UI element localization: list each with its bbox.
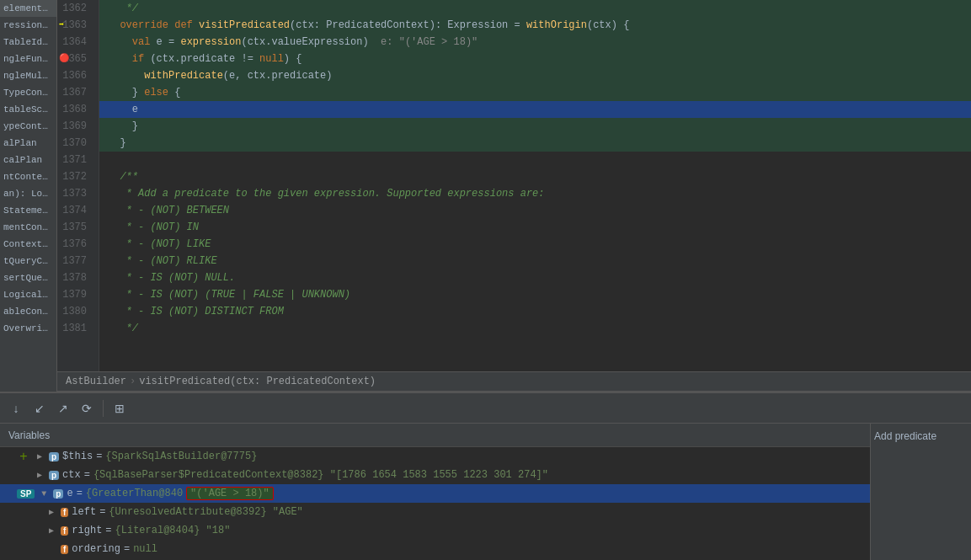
code-line-1371[interactable] <box>99 152 971 168</box>
rerun-button[interactable]: ⟳ <box>77 399 96 418</box>
table-view-button[interactable]: ⊞ <box>110 399 129 418</box>
expand-right[interactable] <box>45 525 57 536</box>
line-1368: 1368 <box>57 101 92 118</box>
line-1377: 1377 <box>57 253 92 269</box>
sidebar-item-19[interactable]: OverwriteT <box>0 320 56 337</box>
var-eq-ctx: = <box>84 469 90 481</box>
sidebar-item-1[interactable]: ressionCo <box>0 17 56 34</box>
sidebar-item-17[interactable]: LogicalPl <box>0 286 56 303</box>
expand-left[interactable] <box>45 506 57 518</box>
sidebar-item-2[interactable]: TableIdenti <box>0 34 56 51</box>
step-into-button[interactable]: ↙ <box>30 399 49 418</box>
line-1378: 1378 <box>57 269 92 286</box>
code-line-1376[interactable]: * - (NOT) LIKE <box>99 236 971 253</box>
var-row-ctx[interactable]: p ctx = {SqlBaseParser$PredicatedContext… <box>0 466 870 484</box>
sidebar-item-8[interactable]: alPlan <box>0 135 56 152</box>
sidebar-item-16[interactable]: sertQueryC <box>0 269 56 286</box>
line-1375: 1375 <box>57 219 92 236</box>
code-line-1366[interactable]: withPredicate(e, ctx.predicate) <box>99 67 971 84</box>
var-row-ordering[interactable]: f ordering = null <box>0 540 870 558</box>
add-button-this[interactable]: + <box>17 450 30 463</box>
var-row-right[interactable]: f right = {Literal@8404} "18" <box>0 521 870 540</box>
code-line-1373[interactable]: * Add a predicate to the given expressio… <box>99 185 971 202</box>
var-eq-left: = <box>99 506 105 518</box>
var-eq-e: = <box>77 488 83 499</box>
sidebar-item-4[interactable]: ngleMultip <box>0 67 56 84</box>
code-line-1365[interactable]: if (ctx.predicate != null) { <box>99 51 971 67</box>
var-row-left[interactable]: f left = {UnresolvedAttribute@8392} "AGE… <box>0 503 870 521</box>
code-line-1377[interactable]: * - (NOT) RLIKE <box>99 253 971 269</box>
var-value-ordering: null <box>133 543 157 555</box>
line-1371: 1371 <box>57 152 92 168</box>
line-1376: 1376 <box>57 236 92 253</box>
code-line-1362[interactable]: */ <box>99 0 971 17</box>
code-line-1375[interactable]: * - (NOT) IN <box>99 219 971 236</box>
breadcrumb-separator: › <box>130 376 136 387</box>
breadcrumb-part-2[interactable]: visitPredicated(ctx: PredicatedContext) <box>139 376 376 387</box>
line-1366: 1366 <box>57 67 92 84</box>
type-badge-left: f <box>61 508 68 517</box>
line-1373: 1373 <box>57 185 92 202</box>
var-row-this[interactable]: + p $this = {SparkSqlAstBuilder@7775} <box>0 447 870 466</box>
sidebar-item-10[interactable]: ntContext) <box>0 168 56 185</box>
sidebar-item-18[interactable]: ableContext <box>0 303 56 320</box>
sidebar: elementCon ressionCo TableIdenti ngleFun… <box>0 0 57 392</box>
code-line-1374[interactable]: * - (NOT) BETWEEN <box>99 202 971 219</box>
code-line-1372[interactable]: /** <box>99 168 971 185</box>
line-1367: 1367 <box>57 84 92 101</box>
code-line-1380[interactable]: * - IS (NOT) DISTINCT FROM <box>99 303 971 320</box>
line-1363: 1363 <box>57 17 92 34</box>
line-1381: 1381 <box>57 320 92 337</box>
debug-toolbar: ↓ ↙ ↗ ⟳ ⊞ <box>0 393 971 424</box>
var-row-e[interactable]: SP p e = {GreaterThan@840 "('AGE > 18)" <box>0 484 870 503</box>
line-1380: 1380 <box>57 303 92 320</box>
code-line-1379[interactable]: * - IS (NOT) (TRUE | FALSE | UNKNOWN) <box>99 286 971 303</box>
var-name-left: left <box>72 506 96 518</box>
breadcrumb-part-1[interactable]: AstBuilder <box>66 376 126 387</box>
sidebar-item-6[interactable]: tableSchem <box>0 101 56 118</box>
code-line-1363[interactable]: override def visitPredicated(ctx: Predic… <box>99 17 971 34</box>
var-value-left: {UnresolvedAttribute@8392} "AGE" <box>109 506 302 518</box>
var-name-right: right <box>72 525 102 536</box>
type-badge-ctx: p <box>49 471 59 480</box>
sidebar-item-9[interactable]: calPlan <box>0 152 56 168</box>
step-out-button[interactable]: ↗ <box>54 399 72 418</box>
type-badge-ordering: f <box>61 545 68 554</box>
sidebar-item-7[interactable]: ypeContex <box>0 118 56 135</box>
sidebar-item-14[interactable]: Context): S <box>0 236 56 253</box>
variables-content[interactable]: + p $this = {SparkSqlAstBuilder@7775} p … <box>0 447 870 560</box>
sidebar-item-15[interactable]: tQueryCor <box>0 253 56 269</box>
code-line-1381[interactable]: */ <box>99 320 971 337</box>
var-value-right: {Literal@8404} "18" <box>115 525 231 536</box>
sp-badge: SP <box>17 489 35 499</box>
sidebar-item-0[interactable]: elementCon <box>0 0 56 17</box>
sidebar-item-5[interactable]: TypeConte <box>0 84 56 101</box>
add-predicate-label[interactable]: Add predicate <box>874 430 968 442</box>
step-down-button[interactable]: ↓ <box>7 399 25 418</box>
breadcrumb: AstBuilder › visitPredicated(ctx: Predic… <box>57 371 971 392</box>
line-1374: 1374 <box>57 202 92 219</box>
sidebar-item-11[interactable]: an): Logic <box>0 185 56 202</box>
expand-ctx[interactable] <box>34 469 45 481</box>
line-1372: 1372 <box>57 168 92 185</box>
var-value-this: {SparkSqlAstBuilder@7775} <box>105 451 257 462</box>
sidebar-item-13[interactable]: mentConte <box>0 219 56 236</box>
line-1369: 1369 <box>57 118 92 135</box>
var-name-ordering: ordering <box>72 543 120 555</box>
code-line-1369[interactable]: } <box>99 118 971 135</box>
sidebar-item-3[interactable]: ngleFunci <box>0 51 56 67</box>
add-predicate-panel: Add predicate <box>870 424 971 560</box>
line-1370: 1370 <box>57 135 92 152</box>
type-badge-e: p <box>53 489 63 499</box>
code-line-1367[interactable]: } else { <box>99 84 971 101</box>
sidebar-item-12[interactable]: StatementE <box>0 202 56 219</box>
code-line-1370[interactable]: } <box>99 135 971 152</box>
expand-e[interactable] <box>38 488 50 499</box>
line-1362: 1362 <box>57 0 92 17</box>
expand-this[interactable] <box>34 451 45 462</box>
code-line-1368[interactable]: e <box>99 101 971 118</box>
code-line-1378[interactable]: * - IS (NOT) NULL. <box>99 269 971 286</box>
code-line-1364[interactable]: val e = expression(ctx.valueExpression) … <box>99 34 971 51</box>
type-badge-this: p <box>49 452 59 461</box>
line-1379: 1379 <box>57 286 92 303</box>
